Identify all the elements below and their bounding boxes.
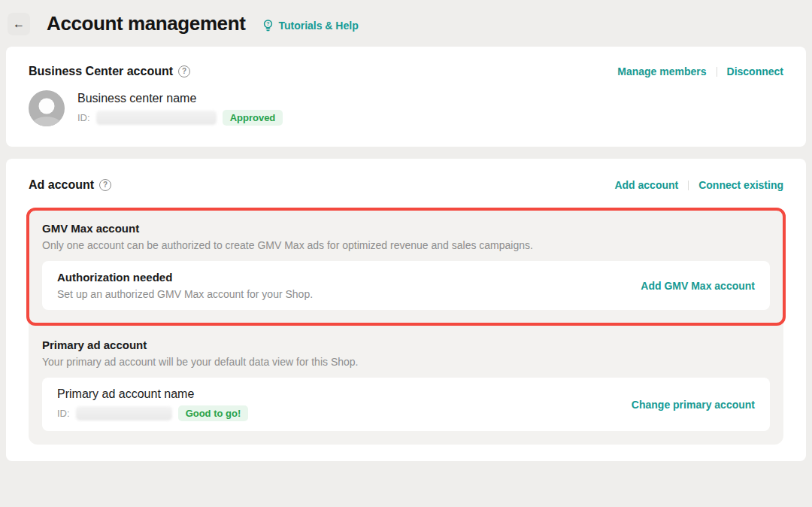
add-account-link[interactable]: Add account	[614, 179, 678, 191]
disconnect-link[interactable]: Disconnect	[727, 65, 783, 77]
back-arrow-icon: ←	[13, 17, 25, 31]
gmv-max-description: Only one account can be authorized to cr…	[42, 239, 770, 251]
business-center-account-row: Business center name ID: Approved	[29, 90, 783, 126]
primary-ad-account-title: Primary ad account	[42, 339, 770, 351]
business-center-name: Business center name	[77, 92, 196, 105]
help-glyph: ?	[103, 181, 108, 189]
change-primary-account-link[interactable]: Change primary account	[632, 399, 755, 411]
add-gmv-max-account-link[interactable]: Add GMV Max account	[641, 280, 755, 292]
status-badge-approved: Approved	[223, 110, 283, 126]
page-title: Account management	[47, 12, 245, 35]
svg-text:?: ?	[267, 21, 270, 26]
primary-ad-account-card: Primary ad account name ID: Good to go! …	[42, 378, 770, 431]
primary-ad-account-name-label: Primary ad account name	[57, 387, 194, 400]
manage-members-link[interactable]: Manage members	[617, 65, 706, 77]
authorization-needed-description: Set up an authorized GMV Max account for…	[57, 288, 313, 300]
tutorials-help-label: Tutorials & Help	[278, 20, 358, 32]
page-header: ← Account management ? Tutorials & Help	[0, 0, 812, 39]
business-center-card: Business Center account ? Manage members…	[6, 47, 806, 147]
avatar-head-shape	[39, 99, 55, 114]
gmv-max-section: GMV Max account Only one account can be …	[29, 210, 783, 320]
primary-ad-account-description: Your primary ad account will be your def…	[42, 356, 770, 368]
help-glyph: ?	[182, 68, 186, 75]
tutorials-help-link[interactable]: ? Tutorials & Help	[262, 19, 358, 32]
lightbulb-question-icon: ?	[262, 19, 274, 32]
business-center-name-label: Business center name	[77, 92, 196, 105]
business-center-heading: Business Center account	[29, 65, 173, 78]
help-icon[interactable]: ?	[178, 65, 190, 77]
ad-account-card: Ad account ? Add account Connect existin…	[6, 159, 806, 461]
link-divider	[717, 67, 717, 77]
link-divider	[688, 181, 689, 190]
redacted-id	[96, 111, 217, 125]
id-label: ID:	[57, 408, 70, 419]
status-badge-good-to-go: Good to go!	[178, 405, 249, 421]
primary-ad-account-section: Primary ad account Your primary ad accou…	[29, 320, 783, 445]
redacted-id	[76, 406, 172, 420]
back-button[interactable]: ←	[8, 13, 30, 35]
gmv-max-title: GMV Max account	[42, 222, 770, 235]
id-label: ID:	[77, 112, 90, 123]
primary-ad-account-name: Primary ad account name	[57, 387, 194, 401]
account-management-page: ← Account management ? Tutorials & Help …	[0, 0, 812, 507]
ad-account-sections: GMV Max account Only one account can be …	[29, 210, 783, 445]
authorization-needed-title: Authorization needed	[57, 271, 313, 284]
avatar-body-shape	[31, 117, 62, 126]
help-icon[interactable]: ?	[99, 179, 111, 191]
avatar	[29, 90, 65, 126]
gmv-authorization-card: Authorization needed Set up an authorize…	[42, 261, 770, 310]
connect-existing-link[interactable]: Connect existing	[698, 179, 783, 191]
ad-account-heading: Ad account	[29, 178, 94, 192]
